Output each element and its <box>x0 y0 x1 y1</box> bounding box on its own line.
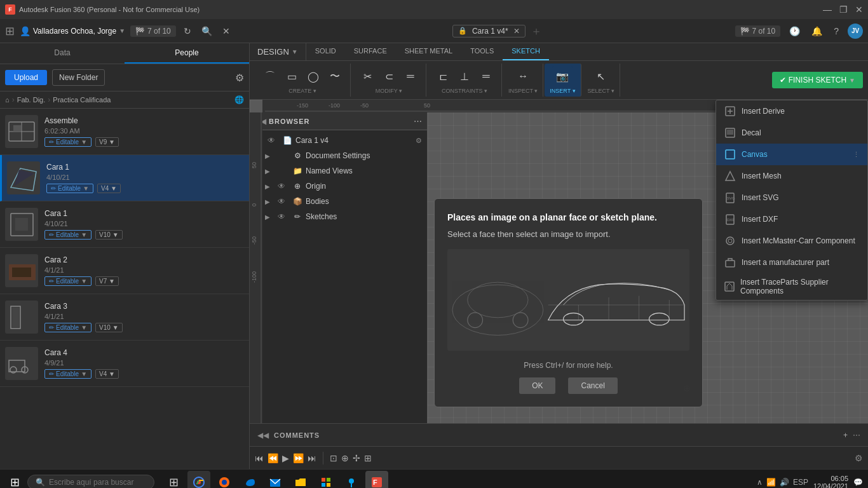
insert-derive-item[interactable]: Insert Derive <box>716 100 867 122</box>
taskbar-search[interactable]: 🔍 <box>27 475 154 489</box>
panel-settings-icon[interactable]: ⚙ <box>235 72 244 84</box>
maximize-button[interactable]: ❐ <box>839 4 848 15</box>
add-comment-icon[interactable]: + <box>843 431 848 440</box>
spline-tool[interactable]: 〜 <box>325 66 345 86</box>
refresh-button[interactable]: ↻ <box>181 25 194 37</box>
visibility-icon[interactable]: 👁 <box>268 136 279 145</box>
taskbar-app-fusion[interactable]: F <box>365 471 388 489</box>
insert-svg-item[interactable]: SVG Insert SVG <box>716 187 867 208</box>
account-dropdown-icon[interactable]: ▼ <box>119 27 125 34</box>
search-button[interactable]: 🔍 <box>199 25 215 37</box>
bottom-settings-icon[interactable]: ⚙ <box>855 453 863 463</box>
tooltip-ok-button[interactable]: OK <box>519 377 555 394</box>
equal-tool[interactable]: ═ <box>476 66 496 86</box>
tab-sketch[interactable]: SKETCH <box>503 43 549 60</box>
settings-icon[interactable]: ⚙ <box>416 137 422 145</box>
insert-dxf-item[interactable]: DXF Insert DXF <box>716 208 867 230</box>
upload-button[interactable]: Upload <box>5 70 47 85</box>
taskbar-app-mail[interactable] <box>264 471 287 489</box>
list-item[interactable]: Cara 1 4/10/21 ✏ Editable ▼ V10 ▼ <box>0 201 249 248</box>
playback-icon4[interactable]: ⊞ <box>364 453 372 463</box>
list-item[interactable]: Cara 4 4/9/21 ✏ Editable ▼ V4 ▼ <box>0 341 249 387</box>
playback-play-button[interactable]: ▶ <box>282 453 289 463</box>
fillet-tool[interactable]: ═ <box>400 66 421 86</box>
expand-icon[interactable]: ▶ <box>265 168 275 175</box>
parallel-tool[interactable]: ⊏ <box>433 66 453 86</box>
tab-data[interactable]: Data <box>0 43 125 64</box>
expand-icon[interactable]: ▶ <box>265 214 275 220</box>
insert-tool[interactable]: 📷 <box>552 66 573 86</box>
list-item[interactable]: Cara 2 4/1/21 ✏ Editable ▼ V7 ▼ <box>0 248 249 294</box>
playback-first-button[interactable]: ⏮ <box>255 453 264 463</box>
taskbar-app-edge[interactable] <box>238 471 261 489</box>
tab-close-button[interactable]: ✕ <box>513 27 520 36</box>
breadcrumb-fabdig[interactable]: Fab. Dig. <box>17 96 46 104</box>
offset-tool[interactable]: ⊂ <box>379 66 399 86</box>
arc-tool[interactable]: ⌒ <box>260 66 280 86</box>
panel-close-button[interactable]: ✕ <box>220 25 233 37</box>
trim-tool[interactable]: ✂ <box>357 66 377 86</box>
browser-options-icon[interactable]: ⋯ <box>414 116 422 126</box>
playback-icon3[interactable]: ✢ <box>353 453 360 463</box>
finish-dropdown-icon[interactable]: ▼ <box>849 77 855 84</box>
insert-manufacturer-item[interactable]: Insert a manufacturer part <box>716 252 867 273</box>
insert-canvas-item[interactable]: Canvas ⋮ <box>716 144 867 165</box>
taskbar-search-input[interactable] <box>49 478 138 487</box>
tab-sheetmetal[interactable]: SHEET METAL <box>396 43 461 60</box>
chevron-up-icon[interactable]: ∧ <box>757 478 763 487</box>
breadcrumb-settings-icon[interactable]: 🌐 <box>234 95 244 104</box>
comments-options-icon[interactable]: ⋯ <box>853 431 860 440</box>
list-item[interactable]: Assemble 6:02:30 AM ✏ Editable ▼ V9 ▼ <box>0 109 249 155</box>
taskbar-app-store[interactable] <box>315 471 337 489</box>
tab-surface[interactable]: SURFACE <box>345 43 396 60</box>
taskbar-app-explorer[interactable] <box>289 471 312 489</box>
volume-icon[interactable]: 🔊 <box>780 478 789 487</box>
taskbar-app-chrome[interactable] <box>187 471 210 489</box>
playback-icon1[interactable]: ⊡ <box>330 453 337 463</box>
account-name[interactable]: 👤 Valladares Ochoa, Jorge ▼ <box>20 26 125 36</box>
visibility-icon[interactable]: 👁 <box>278 182 289 191</box>
network-icon[interactable]: 📶 <box>766 478 776 487</box>
history-button[interactable]: 🕐 <box>787 25 803 37</box>
canvas-more-icon[interactable]: ⋮ <box>853 151 860 159</box>
tab-people[interactable]: People <box>125 43 249 64</box>
expand-icon[interactable]: ▶ <box>265 198 275 205</box>
tab-tools[interactable]: TOOLS <box>461 43 503 60</box>
tab-solid[interactable]: SOLID <box>306 43 345 60</box>
new-folder-button[interactable]: New Folder <box>52 69 105 86</box>
expand-icon[interactable]: ▶ <box>265 152 275 159</box>
dimension-tool[interactable]: ↔ <box>513 66 533 86</box>
circle-tool[interactable]: ◯ <box>303 66 323 86</box>
browser-item-sketches[interactable]: ▶ 👁 ✏ Sketches <box>250 209 427 224</box>
expand-icon[interactable]: ▶ <box>265 183 275 190</box>
add-tab-button[interactable]: ＋ <box>531 24 542 39</box>
browser-item-bodies[interactable]: ▶ 👁 📦 Bodies <box>250 194 427 209</box>
notification-center-icon[interactable]: 💬 <box>853 478 863 487</box>
browser-item-namedviews[interactable]: ▶ 👁 📁 Named Views <box>250 163 427 179</box>
comments-expand-icon[interactable]: ◀◀ <box>257 431 269 440</box>
start-button[interactable]: ⊞ <box>5 473 25 489</box>
browser-item-cara1[interactable]: ▼ 👁 📄 Cara 1 v4 ⚙ <box>250 133 427 148</box>
finish-sketch-button[interactable]: ✔ FINISH SKETCH ▼ <box>772 72 863 88</box>
playback-prev-button[interactable]: ⏪ <box>268 453 278 463</box>
list-item[interactable]: Cara 1 4/10/21 ✏ Editable ▼ V4 ▼ <box>0 155 249 201</box>
browser-item-origin[interactable]: ▶ 👁 ⊕ Origin <box>250 179 427 194</box>
perpendicular-tool[interactable]: ⊥ <box>454 66 475 86</box>
grid-icon[interactable]: ⊞ <box>5 24 15 38</box>
playback-last-button[interactable]: ⏭ <box>308 453 316 463</box>
list-item[interactable]: Cara 3 4/1/21 ✏ Editable ▼ V10 ▼ <box>0 294 249 341</box>
playback-next-button[interactable]: ⏩ <box>293 453 304 463</box>
minimize-button[interactable]: — <box>823 4 832 15</box>
document-tab[interactable]: 🔒 Cara 1 v4* ✕ <box>452 25 526 37</box>
close-button[interactable]: ✕ <box>855 4 863 15</box>
breadcrumb-practica[interactable]: Practica Calificada <box>53 96 111 104</box>
design-button[interactable]: DESIGN ▼ <box>250 43 306 60</box>
browser-item-docsettings[interactable]: ▶ 👁 ⚙ Document Settings <box>250 148 427 163</box>
tooltip-cancel-button[interactable]: Cancel <box>568 377 617 394</box>
insert-decal-item[interactable]: Decal <box>716 122 867 144</box>
visibility-icon[interactable]: 👁 <box>278 197 289 206</box>
breadcrumb-home[interactable]: ⌂ <box>5 96 10 104</box>
select-tool[interactable]: ↖ <box>591 66 611 86</box>
taskbar-app-maps[interactable] <box>340 471 363 489</box>
insert-mcmaster-item[interactable]: Insert McMaster-Carr Component <box>716 230 867 252</box>
